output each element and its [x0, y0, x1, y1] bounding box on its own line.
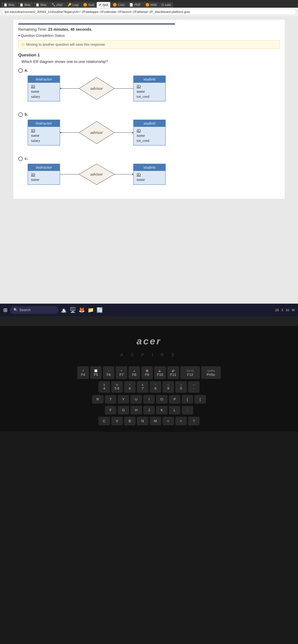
- key-period[interactable]: >: [175, 417, 187, 425]
- timer-value: 23 minutes, 40 seconds.: [48, 27, 92, 32]
- taskbar-search[interactable]: 🔍 Search: [10, 306, 58, 314]
- warning-text: Moving to another question will save thi…: [26, 42, 106, 47]
- asdf-row: F G H J K L :: [105, 406, 193, 414]
- option-a-radio[interactable]: [18, 68, 23, 73]
- key-f8[interactable]: ▲F8: [129, 366, 140, 379]
- key-p[interactable]: P: [169, 395, 180, 404]
- svg-text:name: name: [31, 178, 39, 182]
- key-comma[interactable]: <: [163, 417, 174, 425]
- key-f10[interactable]: 🔈F10: [154, 366, 166, 379]
- keyboard-area: acer A S P I R E ☀F4 ⬜F5 ▪F6 ✏F7 ▲F8 🔇F9…: [0, 326, 298, 432]
- key-6[interactable]: ^ 6: [124, 382, 135, 392]
- svg-text:student: student: [143, 165, 156, 170]
- exam-panel: Remaining Time: 23 minutes, 40 seconds. …: [13, 19, 285, 199]
- key-prtsc[interactable]: SysRqPrtSc: [201, 366, 221, 379]
- taskbar-search-label: Search: [19, 308, 31, 312]
- key-f9[interactable]: 🔇F9: [141, 366, 153, 379]
- address-bar[interactable]: lpo.edu/ultra/courses/_30593_1/cl/outlin…: [2, 9, 296, 15]
- key-c[interactable]: C: [99, 417, 110, 425]
- key-4[interactable]: $ 4: [99, 382, 110, 392]
- tab-cate[interactable]: Gcate: [159, 2, 173, 8]
- search-icon: 🔍: [14, 308, 18, 312]
- laptop-bezel-bottom: [0, 432, 298, 440]
- key-minus[interactable]: — -: [188, 382, 199, 392]
- tab-logi[interactable]: 🔑Logi: [65, 2, 81, 8]
- key-f11[interactable]: 🔊F11: [167, 366, 179, 379]
- svg-text:name: name: [31, 133, 39, 138]
- key-slash[interactable]: ?: [188, 417, 199, 425]
- tab-blac-3[interactable]: 📋Blac: [33, 2, 49, 8]
- key-f12[interactable]: Scr LkF12: [181, 366, 200, 379]
- svg-text:name: name: [137, 89, 145, 94]
- svg-text:ID: ID: [31, 84, 35, 88]
- key-9[interactable]: ( 9: [163, 382, 174, 392]
- notification-badge-28: 28: [275, 308, 279, 312]
- tab-com[interactable]: 🟠Com: [111, 2, 127, 8]
- svg-text:salary: salary: [31, 138, 40, 143]
- tab-put[interactable]: ✔/put: [97, 2, 110, 8]
- number-row: $ 4 % 5 € ^ 6 & 7 * 8 ( 9 ) 0 — -: [99, 382, 199, 392]
- key-n[interactable]: N: [137, 417, 148, 425]
- completion-status-label: Question Completion Status:: [21, 34, 66, 38]
- key-t[interactable]: T: [105, 395, 116, 404]
- key-colon[interactable]: :: [182, 406, 193, 414]
- key-y[interactable]: Y: [118, 395, 129, 404]
- key-j[interactable]: J: [143, 406, 155, 414]
- svg-text:ID: ID: [31, 172, 35, 176]
- key-g[interactable]: G: [118, 406, 129, 414]
- key-m[interactable]: M: [150, 417, 161, 425]
- key-7[interactable]: & 7: [137, 382, 148, 392]
- svg-text:instructor: instructor: [36, 121, 52, 126]
- tab-blac-1[interactable]: 📋Blac: [1, 2, 17, 8]
- key-h[interactable]: H: [131, 406, 142, 414]
- svg-marker-24: [60, 132, 61, 134]
- timer-label: Remaining Time:: [18, 27, 47, 32]
- taskbar-icon-w[interactable]: W: [292, 308, 295, 312]
- key-f5[interactable]: ⬜F5: [90, 366, 101, 379]
- notification-badge-3: 3: [281, 308, 283, 312]
- tab-php[interactable]: 🔧php!: [49, 2, 65, 8]
- taskbar-app-firefox[interactable]: 🦊: [79, 307, 85, 313]
- key-0[interactable]: ) 0: [175, 382, 187, 392]
- key-l[interactable]: L: [169, 406, 180, 414]
- key-u[interactable]: U: [131, 395, 142, 404]
- key-close-bracket[interactable]: [: [195, 395, 206, 404]
- key-8[interactable]: * 8: [150, 382, 161, 392]
- taskbar-app-refresh[interactable]: 🔄: [96, 307, 103, 313]
- tab-pdf[interactable]: 📄PDF: [127, 2, 143, 8]
- key-f7[interactable]: ✏F7: [116, 366, 127, 379]
- zxcv-row: C V B N M < > ?: [99, 417, 199, 425]
- question-text: Which ER diagram shows one-to-one relati…: [22, 60, 280, 64]
- key-f[interactable]: F: [105, 406, 116, 414]
- key-k[interactable]: K: [156, 406, 167, 414]
- key-open-bracket[interactable]: {: [182, 395, 193, 404]
- content-area: Remaining Time: 23 minutes, 40 seconds. …: [0, 16, 298, 304]
- key-o[interactable]: O: [156, 395, 167, 404]
- tab-guit[interactable]: 🟠Guit: [81, 2, 96, 8]
- option-b-label: b.: [25, 112, 28, 116]
- tab-wek[interactable]: 🟠Wek: [143, 2, 159, 8]
- start-button[interactable]: ⊞: [3, 307, 8, 313]
- key-i[interactable]: I: [143, 395, 155, 404]
- completion-status[interactable]: Question Completion Status:: [18, 34, 280, 38]
- svg-text:advisor: advisor: [90, 172, 103, 176]
- svg-text:name: name: [137, 178, 145, 182]
- key-b[interactable]: B: [124, 417, 135, 425]
- key-r[interactable]: R: [92, 395, 103, 404]
- key-f4[interactable]: ☀F4: [77, 366, 89, 379]
- warning-icon: ⚠: [21, 42, 25, 47]
- svg-text:advisor: advisor: [90, 130, 103, 135]
- taskbar-app-mountain[interactable]: 🏔️: [61, 307, 67, 313]
- taskbar-app-folder[interactable]: 📁: [88, 307, 94, 313]
- option-b-radio[interactable]: [18, 112, 23, 117]
- key-v[interactable]: V: [111, 417, 123, 425]
- key-f6[interactable]: ▪F6: [103, 366, 114, 379]
- taskbar-app-display[interactable]: 🖥️: [70, 307, 76, 313]
- key-5[interactable]: % 5 €: [111, 382, 123, 392]
- svg-text:student: student: [143, 121, 156, 126]
- svg-marker-44: [132, 173, 133, 175]
- option-b-diagram: instructor ID name salary advisor: [25, 118, 280, 151]
- option-c-radio[interactable]: [18, 156, 23, 161]
- tab-blac-2[interactable]: 📋Blac: [17, 2, 33, 8]
- address-bar-container: lpo.edu/ultra/courses/_30593_1/cl/outlin…: [0, 8, 298, 16]
